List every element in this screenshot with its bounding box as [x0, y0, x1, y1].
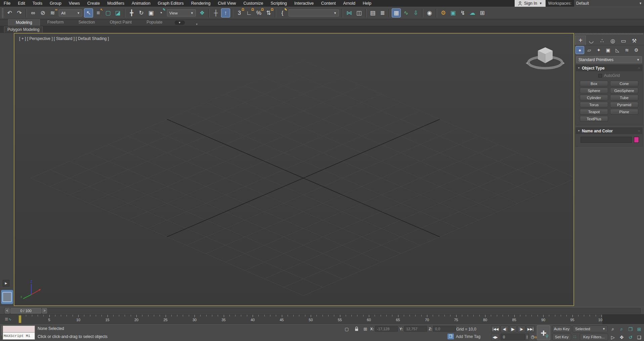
render-setup-icon[interactable]: ⚙	[439, 8, 448, 17]
set-keys-button[interactable]: +⚲	[537, 325, 550, 340]
use-pivot-center-icon[interactable]: ❖	[198, 8, 207, 17]
selection-filter-dropdown[interactable]: All▼	[59, 9, 82, 16]
object-type-sphere[interactable]: Sphere	[580, 88, 608, 93]
menu-item-modifiers[interactable]: Modifiers	[103, 0, 128, 7]
object-type-teapot[interactable]: Teapot	[580, 109, 608, 115]
sign-in-button[interactable]: Sign In ▼	[515, 0, 546, 7]
maxscript-macro-recorder[interactable]	[3, 326, 35, 333]
object-type-geosphere[interactable]: GeoSphere	[610, 88, 638, 93]
menu-item-civil-view[interactable]: Civil View	[214, 0, 240, 7]
key-filters-button[interactable]: Key Filters...	[580, 334, 608, 340]
viewport-label[interactable]: [ + ] [ Perspective ] [ Standard ] [ Def…	[19, 36, 109, 41]
curve-editor-icon[interactable]: ∿	[401, 8, 411, 17]
menu-item-edit[interactable]: Edit	[14, 0, 29, 7]
lights-subtab[interactable]: ✦	[594, 46, 603, 54]
command-panel-drag-handle[interactable]	[575, 33, 643, 35]
menu-item-animation[interactable]: Animation	[128, 0, 154, 7]
select-and-rotate-icon[interactable]: ↻	[137, 8, 146, 17]
mini-curve-editor-icon[interactable]: ≣∿	[5, 316, 11, 322]
helpers-subtab[interactable]: ◺	[613, 46, 622, 54]
snaps-toggle-icon[interactable]: 3Ω	[235, 8, 244, 17]
ribbon-tab-modeling[interactable]: Modeling	[8, 19, 40, 26]
select-and-link-icon[interactable]: ∞	[29, 8, 38, 17]
autogrid-checkbox[interactable]	[598, 74, 602, 78]
motion-tab[interactable]: ◎	[607, 36, 618, 45]
spinner-snap-icon[interactable]: ⇅Ω	[264, 8, 273, 17]
percent-snap-icon[interactable]: %Ω	[254, 8, 263, 17]
render-in-cloud-icon[interactable]: ☁	[468, 8, 477, 17]
systems-subtab[interactable]: ⚙	[632, 46, 641, 54]
add-time-tag-icon[interactable]: ❒	[447, 334, 454, 339]
auto-key-button[interactable]: Auto Key	[552, 326, 571, 332]
zoom-extents-all-icon[interactable]: ⊞	[635, 326, 643, 333]
menu-item-tools[interactable]: Tools	[29, 0, 46, 7]
select-and-scale-icon[interactable]: ▣	[146, 8, 156, 17]
object-type-plane[interactable]: Plane	[610, 109, 638, 115]
expand-toolbar-button[interactable]: ▶	[3, 280, 9, 287]
toolbar-drag-handle[interactable]	[2, 8, 4, 18]
play-button[interactable]: ▶	[509, 326, 517, 332]
go-to-end-button[interactable]: ▶▶|	[526, 326, 535, 332]
menu-item-file[interactable]: File	[0, 0, 14, 7]
object-type-rollout-header[interactable]: ▼ Object Type ⁙	[576, 65, 642, 71]
layer-explorer-icon[interactable]: ≣	[378, 8, 387, 17]
material-editor-icon[interactable]: ◉	[425, 8, 434, 17]
modify-tab[interactable]: ◡	[586, 36, 597, 45]
select-and-move-icon[interactable]: ╋	[127, 8, 136, 17]
name-and-color-rollout-header[interactable]: ▼ Name and Color ⁙	[576, 128, 642, 134]
angle-snap-icon[interactable]: ∟Ω	[245, 8, 254, 17]
time-slider-handle[interactable]: 0 / 100	[10, 308, 41, 313]
display-tab[interactable]: ▭	[618, 36, 629, 45]
select-by-name-icon[interactable]: ≡↖	[94, 8, 103, 17]
menu-item-scripting[interactable]: Scripting	[267, 0, 291, 7]
pan-view-icon[interactable]: ✥	[617, 334, 626, 341]
track-bar[interactable]: ≣∿ 0510152025303540455055606570758085909…	[0, 314, 644, 324]
perspective-viewport[interactable]: [ + ] [ Perspective ] [ Standard ] [ Def…	[14, 33, 574, 306]
redo-icon[interactable]: ↷	[15, 8, 24, 17]
maxscript-mini-listener[interactable]: MAXScript Mi	[3, 326, 35, 340]
undo-icon[interactable]: ↶	[5, 8, 14, 17]
set-key-button[interactable]: Set Key	[552, 334, 571, 340]
current-frame-field[interactable]: 0	[501, 334, 525, 340]
object-type-pyramid[interactable]: Pyramid	[610, 102, 638, 108]
align-icon[interactable]: ◫	[354, 8, 363, 17]
named-selection-dropdown[interactable]: ▼	[289, 9, 339, 16]
x-coordinate-field[interactable]: -17,128	[375, 326, 398, 332]
object-color-swatch[interactable]	[634, 137, 639, 143]
time-configuration-icon[interactable]: ◷⚙	[531, 334, 537, 339]
previous-frame-playback-button[interactable]: ◀|	[501, 326, 509, 332]
field-of-view-icon[interactable]: ▷	[609, 334, 617, 341]
previous-frame-button[interactable]: <	[5, 308, 10, 313]
object-type-textplus[interactable]: TextPlus	[580, 116, 608, 122]
bind-to-space-warp-icon[interactable]: ≋∞	[48, 8, 57, 17]
zoom-all-icon[interactable]: ⌕	[617, 326, 626, 333]
primitive-category-dropdown[interactable]: Standard Primitives ▼	[576, 56, 642, 63]
ribbon-tab-selection[interactable]: Selection	[71, 19, 102, 26]
add-time-tag-label[interactable]: Add Time Tag	[456, 334, 480, 339]
selection-set-dropdown[interactable]: Selected ▼	[573, 326, 608, 332]
autodesk-gallery-icon[interactable]: ⊞	[478, 8, 487, 17]
menu-item-customize[interactable]: Customize	[240, 0, 267, 7]
ribbon-toggle-icon[interactable]: ▦	[392, 8, 401, 17]
menu-item-arnold[interactable]: Arnold	[340, 0, 359, 7]
time-slider-playhead[interactable]	[18, 315, 22, 323]
ribbon-tab-object-paint[interactable]: Object Paint	[102, 19, 139, 26]
object-type-torus[interactable]: Torus	[580, 102, 608, 108]
next-frame-playback-button[interactable]: |▶	[517, 326, 525, 332]
window-crossing-toggle-icon[interactable]: ◪	[113, 8, 122, 17]
shapes-subtab[interactable]: ▱	[585, 46, 594, 54]
go-to-start-button[interactable]: |◀◀	[491, 326, 500, 332]
space-warps-subtab[interactable]: ≋	[622, 46, 631, 54]
polygon-modeling-panel-tab[interactable]: Polygon Modeling	[4, 27, 43, 33]
next-frame-button[interactable]: >	[42, 308, 47, 313]
menu-item-help[interactable]: Help	[359, 0, 375, 7]
scene-explorer-icon[interactable]: ▤	[368, 8, 377, 17]
zoom-extents-icon[interactable]: ❒	[626, 326, 635, 333]
render-production-icon[interactable]: ↯	[458, 8, 467, 17]
ribbon-tab-freeform[interactable]: Freeform	[40, 19, 71, 26]
named-selection-sets-icon[interactable]: {✎	[278, 8, 287, 17]
zoom-icon[interactable]: ⌕	[609, 326, 617, 333]
ribbon-config-dropdown[interactable]: ▼	[175, 20, 185, 25]
ribbon-tab-populate[interactable]: Populate	[139, 19, 170, 26]
hierarchy-tab[interactable]: ∴	[597, 36, 607, 45]
